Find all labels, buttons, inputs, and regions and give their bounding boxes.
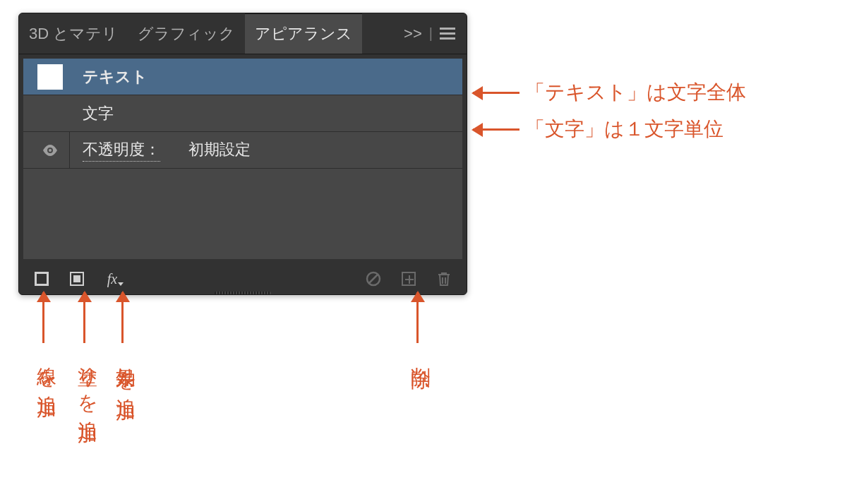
row-label: 文字 (83, 103, 114, 124)
tab-3d-material[interactable]: 3D とマテリ (19, 13, 128, 54)
annotation-delete: 削除 (407, 352, 433, 357)
arrow-up-icon (83, 292, 85, 343)
arrow-up-icon (416, 292, 419, 343)
resize-handle[interactable] (215, 292, 271, 295)
appearance-row-text[interactable]: テキスト (23, 59, 462, 95)
add-effect-button[interactable]: fx (102, 269, 122, 289)
arrow-left-icon (473, 128, 519, 131)
clear-icon (366, 271, 381, 287)
add-stroke-button[interactable] (32, 269, 52, 289)
annotation-label: 「文字」は１文字単位 (525, 116, 723, 143)
swatch-icon (37, 64, 63, 90)
arrow-left-icon (473, 92, 519, 94)
trash-icon (437, 271, 451, 287)
opacity-value[interactable]: 初期設定 (188, 139, 251, 162)
svg-line-2 (369, 275, 378, 283)
svg-point-0 (49, 149, 52, 152)
appearance-panel: 3D とマテリ グラフィック アピアランス >> | テキスト 文字 不透明度：… (18, 13, 467, 295)
clear-appearance-button[interactable] (364, 269, 383, 289)
add-fill-button[interactable] (67, 269, 87, 289)
list-spacer (23, 169, 462, 259)
tab-appearance[interactable]: アピアランス (245, 13, 362, 54)
appearance-row-opacity[interactable]: 不透明度： 初期設定 (23, 132, 462, 169)
tabs-overflow-icon[interactable]: >> (404, 25, 422, 43)
annotation-text-row: 「テキスト」は文字全体 (473, 79, 746, 106)
plus-icon (402, 272, 416, 286)
divider: | (429, 25, 433, 42)
delete-button[interactable] (434, 269, 454, 289)
panel-tabs: 3D とマテリ グラフィック アピアランス >> | (19, 13, 467, 54)
tab-graphic-style[interactable]: グラフィック (128, 13, 245, 54)
annotation-label: 「テキスト」は文字全体 (525, 79, 746, 106)
visibility-icon[interactable] (42, 145, 58, 156)
annotation-add-stroke: 線を追加 (32, 352, 59, 385)
panel-footer: fx (19, 263, 467, 294)
arrow-up-icon (42, 292, 44, 343)
annotation-add-effect: 効果を追加 (112, 352, 138, 388)
opacity-label[interactable]: 不透明度： (83, 139, 160, 162)
appearance-row-character[interactable]: 文字 (23, 95, 462, 132)
appearance-list: テキスト 文字 不透明度： 初期設定 (23, 59, 462, 259)
annotation-add-fill: 塗りを追加 (73, 352, 100, 411)
fill-icon (70, 272, 84, 286)
row-label: テキスト (83, 66, 148, 88)
duplicate-button[interactable] (399, 269, 419, 289)
annotation-char-row: 「文字」は１文字単位 (473, 116, 723, 143)
fx-icon: fx (107, 271, 117, 287)
arrow-up-icon (121, 292, 124, 343)
stroke-icon (35, 272, 49, 286)
panel-menu-icon[interactable] (440, 28, 455, 40)
